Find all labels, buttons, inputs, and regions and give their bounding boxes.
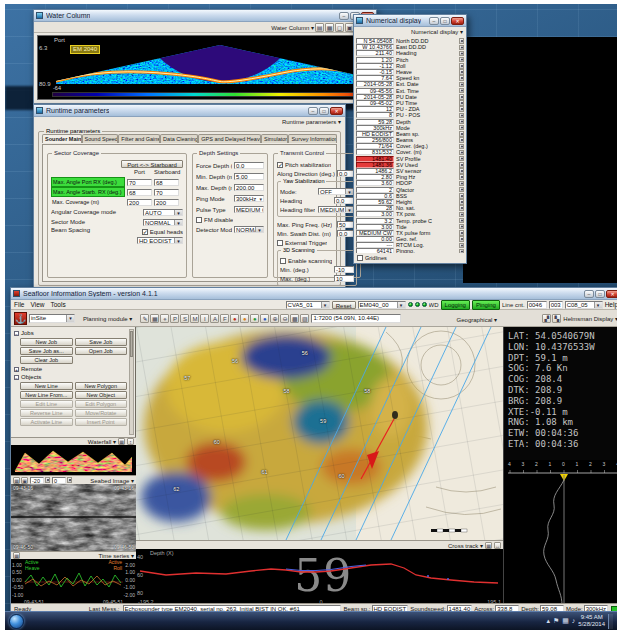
spinner-control[interactable] xyxy=(459,144,464,150)
value-field[interactable]: MEDIUM CW xyxy=(356,230,394,236)
spinner-control[interactable] xyxy=(459,57,464,63)
tab[interactable]: Survey Information xyxy=(288,134,337,143)
spinner-control[interactable] xyxy=(459,88,464,94)
object-button[interactable]: New Line From... xyxy=(20,391,73,399)
palette-icon[interactable]: ▨ xyxy=(300,314,309,323)
grid-icon[interactable]: ▦ xyxy=(13,477,20,484)
line-number-field[interactable]: 003 xyxy=(549,301,563,309)
show-hidden-icons[interactable]: ▴ xyxy=(546,617,550,625)
terrain-icon[interactable]: ▩ xyxy=(290,314,299,323)
grid-icon[interactable]: ▦ xyxy=(485,542,492,549)
toggle-filter-button[interactable]: F xyxy=(220,314,229,323)
sis-titlebar[interactable]: Seafloor Information System - version 4.… xyxy=(11,288,617,300)
xte-history-view[interactable]: 432101234 xyxy=(503,460,617,605)
collapse-icon[interactable]: − xyxy=(14,331,19,336)
heading-filter-select[interactable]: MEDIUM xyxy=(318,206,354,213)
tab[interactable]: Sounder Main xyxy=(42,134,82,143)
value-field[interactable]: HD EQDIST xyxy=(356,131,394,137)
orange-layer-icon[interactable]: ● xyxy=(240,314,249,323)
value-field[interactable]: 3.00 xyxy=(356,211,394,217)
value-field[interactable]: 1486.2 xyxy=(356,168,394,174)
spinner-control[interactable] xyxy=(459,243,464,249)
spinner-control[interactable] xyxy=(459,193,464,199)
value-field[interactable]: 256/800 xyxy=(356,137,394,143)
port-value-input[interactable]: 200 xyxy=(127,199,152,206)
fit-height-icon[interactable]: ↕ xyxy=(127,438,134,445)
swap-port-starboard-button[interactable]: Port <-> Starboard xyxy=(121,160,183,168)
spinner-control[interactable] xyxy=(459,168,464,174)
water-column-display[interactable]: Port Stbd 6.3 80.9 xyxy=(37,35,373,100)
object-button[interactable]: New Polygon xyxy=(75,382,128,390)
grid-icon[interactable]: ▦ xyxy=(150,314,159,323)
yaw-mode-select[interactable]: OFF xyxy=(318,188,354,195)
value-field[interactable]: 3.2 xyxy=(356,218,394,224)
edit-icon[interactable]: ✎ xyxy=(140,314,149,323)
menu-icon[interactable]: ▤ xyxy=(315,23,324,32)
value-field[interactable]: 0.00 xyxy=(356,236,394,242)
spinner-control[interactable] xyxy=(459,224,464,230)
value-field[interactable]: 1481.36 xyxy=(356,162,394,168)
spinner-control[interactable] xyxy=(459,218,464,224)
spinner-control[interactable] xyxy=(459,63,464,69)
external-trigger-checkbox[interactable] xyxy=(277,240,283,246)
starboard-value-input[interactable]: 68 xyxy=(154,179,179,186)
spinner-control[interactable] xyxy=(459,150,464,156)
port-value-input[interactable]: 68 xyxy=(127,189,152,196)
menu-view[interactable]: View xyxy=(30,301,44,308)
logging-button[interactable]: Logging xyxy=(441,300,470,310)
object-button[interactable]: Reverse Line xyxy=(20,409,73,417)
value-field[interactable]: 09-45-02 xyxy=(356,100,394,106)
spinner-control[interactable] xyxy=(459,75,464,81)
spinner-control[interactable] xyxy=(459,230,464,236)
minimize-button[interactable]: – xyxy=(584,290,594,298)
timeseries-view[interactable]: ActiveHeave ActiveRoll 1.000.500.00-0.50… xyxy=(11,559,136,605)
clock[interactable]: 9:45 AM 5/28/2014 xyxy=(578,614,605,628)
value-input[interactable]: MEDIUM CW xyxy=(234,206,264,213)
value-field[interactable]: -0.15 xyxy=(356,69,394,75)
flag-icon[interactable]: ⚑ xyxy=(553,617,559,625)
value-field[interactable]: 1.20 xyxy=(356,57,394,63)
close-button[interactable]: ✕ xyxy=(330,107,343,115)
spinner-control[interactable] xyxy=(459,119,464,125)
sounder-select[interactable]: EM040_00 xyxy=(358,301,406,309)
spinner-control[interactable] xyxy=(459,181,464,187)
object-button[interactable]: New Object xyxy=(75,391,128,399)
maximize-button[interactable]: □ xyxy=(319,107,329,115)
gain-input[interactable]: -20 xyxy=(30,477,44,484)
object-button[interactable]: Edit Polygon xyxy=(75,400,128,408)
scan-min-input[interactable]: -10 xyxy=(334,266,354,273)
runtime-parameters-titlebar[interactable]: Runtime parameters – □ ✕ xyxy=(34,105,345,117)
crosstrack-view[interactable]: 59 Depth (X) 406080 -195.2 0 195.1 xyxy=(136,549,503,605)
toggle-planning-button[interactable]: P xyxy=(170,314,179,323)
beam-spacing-select[interactable]: HD EQDIST xyxy=(137,237,183,244)
waterfall-view-selector[interactable]: Waterfall xyxy=(88,438,116,445)
object-button[interactable]: Edit Line xyxy=(20,400,73,408)
spinner-control[interactable] xyxy=(459,212,464,218)
minimize-button[interactable]: – xyxy=(339,12,349,20)
remote-tree-label[interactable]: Remote xyxy=(21,366,42,372)
pitch-stabilization-checkbox[interactable] xyxy=(277,162,283,168)
timeseries-view-selector[interactable]: Time series xyxy=(99,552,134,559)
blue-layer-icon[interactable]: ● xyxy=(260,314,269,323)
pinging-button[interactable]: Pinging xyxy=(472,300,500,310)
value-field[interactable]: 12 xyxy=(356,106,394,112)
start-button[interactable] xyxy=(9,614,24,629)
value-field[interactable]: W 10.43766 xyxy=(356,44,394,50)
spinner-control[interactable] xyxy=(459,199,464,205)
value-field[interactable]: 59.28 xyxy=(356,119,394,125)
spinner-control[interactable] xyxy=(459,162,464,168)
value-field[interactable]: 831/532 xyxy=(356,149,394,155)
menu-help[interactable]: Help xyxy=(605,301,617,308)
minimize-button[interactable]: – xyxy=(429,17,439,25)
value-field[interactable]: 211.40 xyxy=(356,50,394,56)
object-button[interactable]: New Line xyxy=(20,382,73,390)
helmsman-view-selector[interactable]: Helmsman Display xyxy=(563,315,617,322)
seabed-view-selector[interactable]: Seabed Image xyxy=(90,477,134,484)
waterfall-view[interactable] xyxy=(11,445,136,475)
value-field[interactable]: -1.12 xyxy=(356,63,394,69)
spinner-control[interactable] xyxy=(459,69,464,75)
value-field[interactable]: --- xyxy=(356,242,394,248)
reset-button[interactable]: Reset xyxy=(332,301,356,309)
value-input[interactable]: 300kHz xyxy=(234,195,264,202)
spinner-control[interactable] xyxy=(459,94,464,100)
